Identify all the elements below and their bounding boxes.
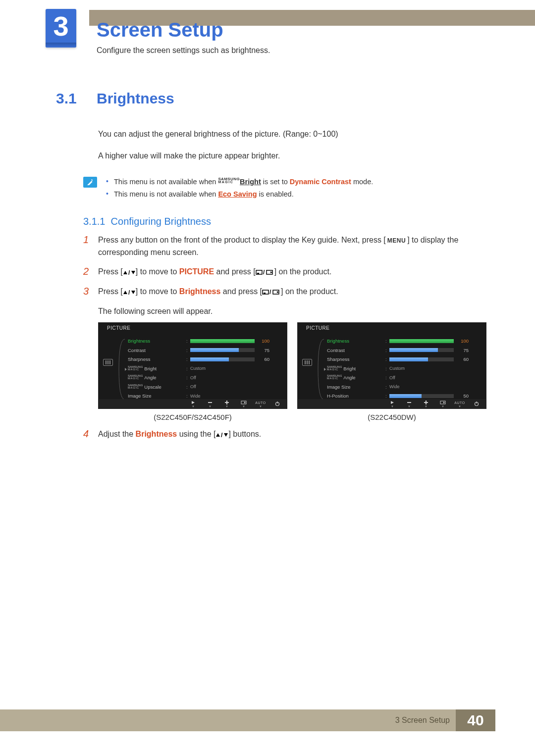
note-item-1: This menu is not available when SAMSUNGM… [103, 176, 373, 188]
osd-item: Brightness:100 [128, 336, 278, 346]
step-3: 3 Press [/] to move to Brightness and pr… [83, 286, 495, 318]
svg-rect-18 [208, 402, 212, 403]
svg-rect-24 [277, 402, 277, 403]
page: 3 Screen Setup Configure the screen sett… [0, 0, 535, 756]
svg-marker-31 [443, 402, 445, 403]
svg-marker-2 [131, 271, 135, 274]
svg-marker-22 [244, 402, 246, 403]
osd-item: Contrast:75 [128, 346, 278, 355]
svg-rect-12 [264, 293, 266, 294]
page-number: 40 [467, 712, 483, 729]
svg-marker-10 [131, 291, 135, 294]
enter-source-icon: / [262, 287, 281, 296]
section-heading: 3.1 Brightness [56, 90, 495, 107]
osd-left: PICTURE Brightness:100Contrast:75Sharpne… [98, 322, 287, 409]
svg-text:/: / [128, 270, 130, 276]
chapter-header: 3 Screen Setup Configure the screen sett… [0, 0, 535, 59]
osd-item: SAMSUNGMAGICBright:Custom [128, 364, 278, 373]
svg-text:/: / [128, 290, 130, 296]
chapter-description: Configure the screen settings such as br… [97, 46, 270, 55]
osd-title: PICTURE [306, 325, 329, 331]
footer-chapter-label: 3 Screen Setup [395, 709, 450, 731]
osd-footer: ▼ ▼ ▼ ▼ AUTO▼ [98, 399, 287, 409]
note-block: This menu is not available when SAMSUNGM… [83, 176, 495, 200]
svg-marker-8 [123, 291, 127, 294]
osd-right: PICTURE Brightness:100Contrast:75Sharpne… [297, 322, 486, 409]
osd-item: SAMSUNGMAGICAngle:Off [327, 373, 478, 382]
osd-footer: ▼ ▼ ▼ ▼ AUTO▼ [297, 399, 486, 409]
enter-source-icon: / [256, 267, 274, 276]
svg-text:/: / [269, 289, 271, 295]
step-number: 4 [83, 428, 98, 441]
step-number: 1 [83, 234, 98, 259]
svg-rect-27 [407, 402, 411, 403]
chapter-number: 3 [46, 9, 76, 44]
page-footer: 3 Screen Setup 40 [0, 709, 535, 731]
svg-marker-26 [391, 401, 394, 404]
up-down-icon: / [123, 266, 136, 279]
up-down-icon: / [123, 286, 136, 299]
svg-marker-25 [324, 368, 326, 371]
osd-item: Image Size:Wide [327, 382, 478, 392]
svg-text:/: / [221, 432, 223, 438]
osd-item: Contrast:75 [327, 346, 478, 355]
svg-marker-0 [123, 271, 127, 274]
svg-marker-36 [224, 433, 228, 437]
osd-screenshots: PICTURE Brightness:100Contrast:75Sharpne… [98, 322, 495, 421]
subsection-title: Configuring Brightness [111, 216, 211, 227]
step-number: 3 [83, 286, 98, 318]
svg-rect-33 [476, 402, 477, 403]
step-number: 2 [83, 266, 98, 279]
osd-item: Brightness:100 [327, 336, 478, 346]
svg-marker-34 [216, 433, 220, 437]
osd-item: SAMSUNGMAGICAngle:Off [128, 373, 278, 382]
svg-text:/: / [263, 269, 265, 275]
step-4: 4 Adjust the Brightness using the [/] bu… [83, 428, 495, 441]
chapter-number-badge: 3 [46, 9, 76, 48]
osd-caption-left: (S22C450F/S24C450F) [98, 413, 287, 421]
osd-item: SAMSUNGMAGICUpscale:Off [128, 382, 278, 392]
step-1: 1 Press any button on the front of the p… [83, 234, 495, 259]
osd-category-icon [297, 333, 317, 399]
note-icon [83, 177, 97, 188]
section-paragraph-2: A higher value will make the picture app… [98, 150, 495, 162]
up-down-icon: / [215, 429, 228, 441]
subsection-heading: 3.1.1 Configuring Brightness [83, 216, 495, 227]
osd-category-icon [98, 333, 118, 399]
chapter-title: Screen Setup [97, 19, 223, 41]
osd-title: PICTURE [107, 325, 130, 331]
page-number-box: 40 [456, 709, 495, 731]
section-title: Brightness [97, 90, 174, 107]
section-paragraph-1: You can adjust the general brightness of… [98, 128, 495, 141]
svg-marker-17 [192, 401, 195, 404]
svg-rect-20 [226, 401, 227, 404]
svg-rect-29 [426, 401, 427, 404]
subsection-number: 3.1.1 [83, 216, 105, 227]
step-2: 2 Press [/] to move to PICTURE and press… [83, 266, 495, 279]
osd-item: Sharpness:60 [128, 354, 278, 364]
osd-item: Sharpness:60 [327, 354, 478, 364]
osd-caption-right: (S22C450DW) [297, 413, 486, 421]
osd-item: SAMSUNGMAGICBright:Custom [327, 364, 478, 373]
note-item-2: This menu is not available when Eco Savi… [103, 188, 373, 201]
section-number: 3.1 [56, 90, 97, 107]
svg-rect-4 [257, 273, 259, 274]
svg-marker-16 [125, 368, 127, 371]
